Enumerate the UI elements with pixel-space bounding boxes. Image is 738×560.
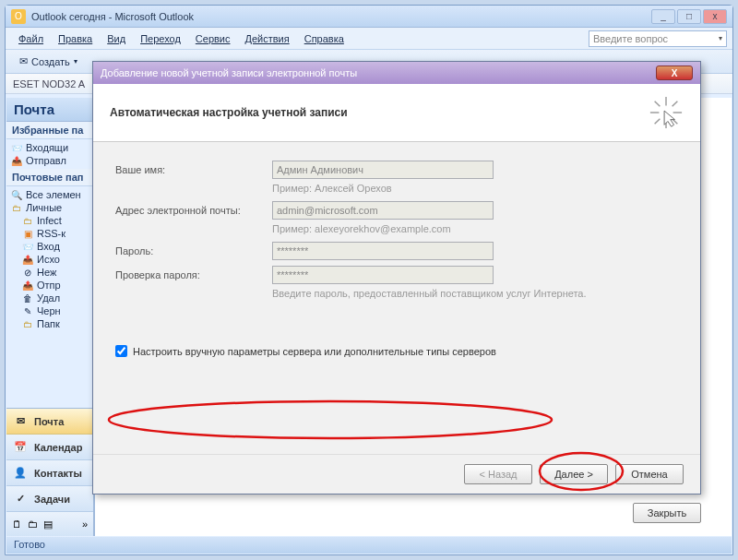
menu-file[interactable]: Файл [11,30,51,47]
folder-icon: 🗀 [21,215,34,226]
mail-icon: ✉ [12,413,29,430]
nav-shortcut-row: 🗒 🗀 ▤ » [6,512,93,536]
password-label: Пароль: [115,245,272,256]
back-button[interactable]: < Назад [464,464,532,484]
password2-input[interactable] [272,266,494,284]
calendar-icon: 📅 [12,439,29,456]
folder-icon: 🗀 [21,318,34,329]
eset-label: ESET NOD32 A [13,78,85,89]
password-hint: Введите пароль, предоставленный поставщи… [272,288,678,299]
inbox-icon: 📨 [10,142,23,153]
email-input[interactable] [272,201,494,220]
folder-icon: 🗀 [10,202,23,213]
statusbar: Готово [6,537,732,554]
cursor-icon [649,95,684,130]
nav-outbox[interactable]: 📤Исхо [10,253,89,266]
inbox-icon: 📨 [21,241,34,252]
dialog-header-text: Автоматическая настройка учетной записи [110,106,649,119]
junk-icon: ⊘ [21,267,34,278]
rss-icon: ▣ [21,228,34,239]
dialog-header: Автоматическая настройка учетной записи [93,84,700,142]
create-button[interactable]: ✉ Создать ▾ [11,53,86,70]
nav-sent2[interactable]: 📤Отпр [10,279,89,292]
search-icon: 🔍 [10,189,23,200]
sent-icon: 📤 [10,155,23,166]
nav-header-mail: Почта [6,98,93,122]
shortcuts-icon[interactable]: ▤ [43,518,53,530]
chevron-down-icon: ▾ [74,57,77,66]
trash-icon: 🗑 [21,292,34,304]
password-input[interactable] [272,242,494,260]
drafts-icon: ✎ [21,305,34,316]
dialog-body: Ваше имя: Пример: Алексей Орехов Адрес э… [93,142,700,366]
window-title: Outlook сегодня - Microsoft Outlook [31,11,651,22]
nav-sent[interactable]: 📤Отправл [10,154,89,167]
dialog-titlebar: Добавление новой учетной записи электрон… [93,62,700,84]
nav-junk[interactable]: ⊘Неж [10,266,89,279]
svg-line-6 [673,101,678,107]
svg-line-7 [655,119,661,125]
email-hint: Пример: alexeyorekhov@example.com [272,223,678,234]
nav-drafts[interactable]: ✎Черн [10,304,89,317]
menu-edit[interactable]: Правка [51,30,100,47]
next-button[interactable]: Далее > [540,464,608,484]
nav-button-tasks[interactable]: ✓Задачи [6,486,93,512]
nav-button-contacts[interactable]: 👤Контакты [6,460,93,486]
name-hint: Пример: Алексей Орехов [272,183,678,194]
navigation-pane: Почта Избранные па 📨Входящи 📤Отправл Поч… [6,98,94,536]
nav-rss[interactable]: ▣RSS-к [10,227,89,240]
chevron-down-icon: ▾ [719,34,722,42]
status-text: Готово [14,539,45,550]
new-mail-icon: ✉ [19,55,28,67]
manual-config-checkbox[interactable] [115,345,127,357]
dialog-footer: < Назад Далее > Отмена [93,454,700,494]
menu-view[interactable]: Вид [100,30,133,47]
create-label: Создать [31,56,70,67]
menu-go[interactable]: Переход [133,30,188,47]
close-underlying-button[interactable]: Закрыть [633,503,701,523]
nav-button-mail[interactable]: ✉Почта [6,409,93,435]
nav-inbox[interactable]: 📨Входящи [10,141,89,154]
tasks-icon: ✓ [12,491,29,507]
dialog-title: Добавление новой учетной записи электрон… [101,67,656,78]
contacts-icon: 👤 [12,465,29,482]
maximize-button[interactable]: □ [677,9,701,24]
sent-icon: 📤 [21,280,34,291]
email-label: Адрес электронной почты: [115,205,272,216]
nav-inbox2[interactable]: 📨Вход [10,240,89,253]
dialog-close-button[interactable]: X [656,66,693,80]
nav-all-items[interactable]: 🔍Все элемен [10,188,89,201]
chevron-icon[interactable]: » [82,518,88,530]
svg-line-4 [655,101,661,107]
menubar: Файл Правка Вид Переход Сервис Действия … [6,28,732,50]
nav-searchfolders[interactable]: 🗀Папк [10,317,89,330]
outlook-icon: O [11,9,26,24]
manual-config-label: Настроить вручную параметры сервера или … [133,346,496,357]
ask-question-box[interactable]: Введите вопрос ▾ [589,30,727,47]
folder-list-icon[interactable]: 🗀 [28,518,38,530]
name-label: Ваше имя: [115,164,272,175]
password2-label: Проверка пароля: [115,269,272,280]
nav-button-calendar[interactable]: 📅Календар [6,435,93,460]
close-button[interactable]: x [703,9,727,24]
add-account-dialog: Добавление новой учетной записи электрон… [92,61,701,494]
notes-icon[interactable]: 🗒 [12,518,22,530]
menu-service[interactable]: Сервис [188,30,238,47]
outbox-icon: 📤 [21,254,34,265]
manual-config-row[interactable]: Настроить вручную параметры сервера или … [115,345,678,357]
nav-mailfolders-header: Почтовые пап [6,169,93,186]
titlebar: O Outlook сегодня - Microsoft Outlook _ … [6,6,732,28]
menu-actions[interactable]: Действия [238,30,297,47]
nav-favorites-header: Избранные па [6,122,93,139]
nav-personal[interactable]: 🗀Личные [10,201,89,214]
nav-deleted[interactable]: 🗑Удал [10,292,89,304]
minimize-button[interactable]: _ [651,9,675,24]
nav-infected[interactable]: 🗀Infect [10,214,89,227]
ask-placeholder: Введите вопрос [593,33,668,44]
menu-help[interactable]: Справка [297,30,351,47]
cancel-button[interactable]: Отмена [615,464,684,484]
name-input[interactable] [272,161,494,179]
